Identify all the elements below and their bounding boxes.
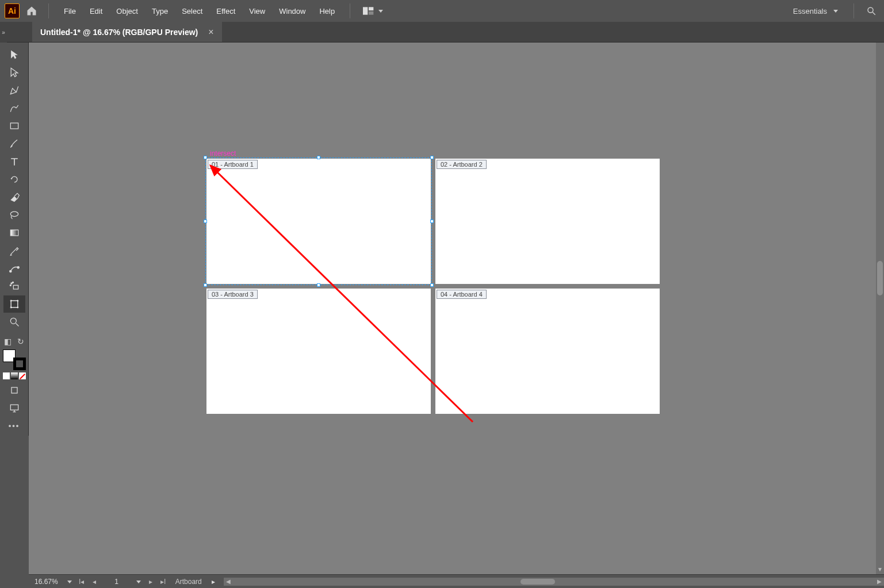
separator	[350, 3, 350, 18]
document-tab-bar: Untitled-1* @ 16.67% (RGB/GPU Preview) ×	[0, 22, 884, 43]
artboard[interactable]: 01 - Artboard 1	[206, 159, 431, 284]
workspace-label: Essentials	[793, 7, 827, 16]
vertical-scrollbar[interactable]: ▲ ▼	[876, 43, 884, 574]
menubar-right: Essentials	[789, 3, 879, 19]
tool-panel: ◧ ↻ •••	[0, 43, 29, 436]
draw-normal-icon	[9, 385, 20, 396]
menu-select[interactable]: Select	[175, 3, 209, 19]
collapse-dock-left[interactable]: »	[0, 22, 7, 43]
artboard-resize-handle[interactable]	[317, 283, 320, 287]
svg-point-9	[17, 267, 19, 268]
artboard[interactable]: 03 - Artboard 3	[206, 289, 431, 414]
eyedropper-tool[interactable]	[3, 242, 25, 259]
symbol-sprayer-tool[interactable]	[3, 278, 25, 295]
menu-type[interactable]: Type	[145, 3, 175, 19]
artboard-resize-handle[interactable]	[430, 156, 434, 159]
curvature-icon	[9, 102, 20, 114]
artboard-resize-handle[interactable]	[317, 156, 320, 159]
lasso-icon	[9, 209, 20, 221]
horizontal-scrollbar[interactable]: ◀ ▶	[224, 578, 884, 586]
home-button[interactable]	[23, 2, 40, 20]
color-mode-none[interactable]	[19, 372, 26, 379]
color-mode-gradient[interactable]	[11, 372, 18, 379]
artboard-dropdown[interactable]	[133, 578, 144, 586]
artboard-number[interactable]: 1	[101, 578, 133, 586]
canvas-area[interactable]: 01 - Artboard 1intersect02 - Artboard 20…	[29, 43, 884, 574]
eyedropper-icon	[9, 245, 20, 256]
eraser-tool[interactable]	[3, 189, 25, 206]
chevron-down-icon	[832, 7, 840, 15]
artboard-resize-handle[interactable]	[204, 283, 207, 287]
eraser-icon	[9, 191, 20, 203]
menu-effect[interactable]: Effect	[209, 3, 242, 19]
stroke-swatch[interactable]	[13, 358, 26, 370]
draw-mode-normal[interactable]	[3, 382, 25, 399]
zoom-dropdown[interactable]	[64, 578, 75, 586]
last-artboard-button[interactable]: ▸I	[157, 576, 170, 587]
svg-point-6	[10, 212, 18, 216]
workspace-switcher[interactable]: Essentials	[789, 7, 844, 16]
artboard-resize-handle[interactable]	[430, 283, 434, 287]
rotate-tool[interactable]	[3, 171, 25, 188]
brush-icon	[9, 138, 20, 149]
search-icon	[866, 6, 877, 16]
first-artboard-button[interactable]: I◂	[75, 576, 88, 587]
artboard[interactable]: 02 - Artboard 2	[435, 159, 660, 284]
scroll-right-icon[interactable]: ▶	[876, 578, 883, 585]
rectangle-tool[interactable]	[3, 117, 25, 134]
menu-bar: Ai File Edit Object Type Select Effect V…	[0, 0, 884, 22]
screen-mode[interactable]	[3, 399, 25, 417]
app-logo-text: Ai	[8, 6, 16, 16]
direct-selection-tool[interactable]	[3, 64, 25, 81]
separator	[48, 3, 49, 18]
pen-tool[interactable]	[3, 82, 25, 99]
artboard-resize-handle[interactable]	[204, 220, 207, 223]
gradient-tool[interactable]	[3, 224, 25, 241]
type-tool[interactable]	[3, 153, 25, 170]
close-icon[interactable]: ×	[208, 27, 213, 37]
menu-file[interactable]: File	[57, 3, 83, 19]
fill-stroke-control[interactable]	[3, 349, 26, 370]
scroll-left-icon[interactable]: ◀	[225, 578, 232, 585]
collapse-dock-right[interactable]	[877, 43, 884, 63]
menu-edit[interactable]: Edit	[83, 3, 109, 19]
document-tab[interactable]: Untitled-1* @ 16.67% (RGB/GPU Preview) ×	[32, 22, 222, 42]
vertical-scroll-thumb[interactable]	[877, 261, 883, 295]
menu-object[interactable]: Object	[109, 3, 145, 19]
prev-artboard-button[interactable]: ◂	[88, 576, 101, 587]
paintbrush-tool[interactable]	[3, 135, 25, 152]
artboard-resize-handle[interactable]	[204, 156, 207, 159]
horizontal-scroll-thumb[interactable]	[521, 579, 555, 585]
status-mode-label: Artboard	[170, 578, 208, 586]
edit-toolbar[interactable]: •••	[0, 421, 28, 430]
zoom-tool[interactable]	[3, 313, 25, 330]
symbol-sprayer-icon	[9, 280, 20, 292]
menu-window[interactable]: Window	[272, 3, 312, 19]
arrange-documents[interactable]	[358, 7, 389, 15]
svg-point-8	[9, 270, 11, 272]
swap-fill-stroke-icon[interactable]: ↻	[17, 337, 24, 346]
svg-point-12	[12, 282, 13, 283]
next-artboard-button[interactable]: ▸	[144, 576, 157, 587]
scroll-down-icon[interactable]: ▼	[877, 566, 883, 573]
svg-point-13	[10, 285, 11, 286]
search-button[interactable]	[863, 3, 879, 19]
default-fill-stroke-icon[interactable]: ◧	[4, 337, 12, 346]
artboard-tool[interactable]	[3, 295, 25, 313]
status-mode-dropdown[interactable]: ▸	[208, 578, 219, 586]
selection-tool[interactable]	[3, 46, 25, 63]
arrange-documents-icon	[363, 7, 374, 15]
blend-tool[interactable]	[3, 260, 25, 277]
color-mode-solid[interactable]	[3, 372, 10, 379]
zoom-level[interactable]: 16.67%	[29, 578, 64, 586]
gradient-icon	[9, 227, 20, 239]
document-tab-title: Untitled-1* @ 16.67% (RGB/GPU Preview)	[40, 28, 198, 37]
menu-view[interactable]: View	[242, 3, 272, 19]
menu-items: File Edit Object Type Select Effect View…	[57, 3, 342, 19]
artboard[interactable]: 04 - Artboard 4	[435, 289, 660, 414]
artboard-resize-handle[interactable]	[430, 220, 434, 223]
menu-help[interactable]: Help	[312, 3, 342, 19]
lasso-tool[interactable]	[3, 206, 25, 224]
artboard-label: 03 - Artboard 3	[208, 290, 258, 299]
curvature-tool[interactable]	[3, 99, 25, 117]
